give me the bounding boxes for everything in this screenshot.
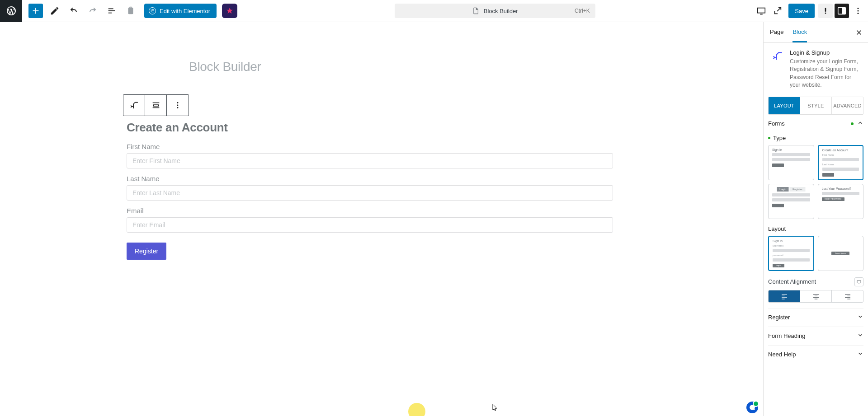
first-name-label: First Name (127, 143, 613, 150)
svg-rect-7 (842, 8, 845, 14)
block-toolbar (123, 94, 189, 116)
svg-rect-0 (151, 9, 151, 12)
block-type-button[interactable] (123, 95, 145, 116)
svg-rect-3 (152, 12, 154, 12)
layout-options-grid: Sign In username password Log In Lorem I… (768, 236, 863, 271)
panel-subtabs: LAYOUT STYLE ADVANCED (768, 97, 863, 115)
type-option-lost-password[interactable]: Lost Your Password? RESET PASSWORD (818, 184, 864, 219)
panel-tab-page[interactable]: Page (770, 22, 783, 42)
svg-rect-1 (152, 9, 154, 10)
email-label: Email (127, 207, 613, 215)
block-summary: Login & Signup Customize your Login Form… (764, 43, 868, 95)
chevron-up-icon (857, 120, 863, 127)
type-option-signin[interactable]: Sign In (768, 145, 814, 180)
panel-tab-block[interactable]: Block (793, 22, 807, 42)
svg-point-12 (177, 105, 179, 106)
wordpress-logo[interactable] (0, 0, 22, 22)
last-name-input[interactable] (127, 185, 613, 201)
svg-point-13 (177, 107, 179, 108)
block-name: Login & Signup (790, 49, 861, 56)
subtab-layout[interactable]: LAYOUT (769, 97, 800, 114)
align-center-button[interactable] (800, 290, 832, 302)
type-options-grid: Sign In Create an Account First Name Las… (768, 145, 863, 219)
panel-close-button[interactable] (853, 26, 865, 39)
align-left-button[interactable] (769, 290, 800, 302)
block-more-button[interactable] (167, 95, 189, 116)
form-heading: Create an Account (127, 121, 613, 135)
page-title[interactable]: Block Builder (189, 60, 261, 74)
layout-option-form[interactable]: Sign In username password Log In (768, 236, 814, 271)
more-options-button[interactable] (851, 4, 865, 18)
modified-indicator-icon (768, 137, 770, 139)
svg-rect-5 (825, 13, 826, 14)
highlight-indicator (408, 403, 425, 416)
svg-point-11 (177, 102, 179, 103)
editor-canvas[interactable]: Block Builder Create an Account First Na… (0, 22, 763, 416)
help-chat-button[interactable] (746, 402, 758, 413)
layout-option-button[interactable]: Lorem Ipsum (818, 236, 864, 271)
edit-with-elementor-button[interactable]: Edit with Elementor (144, 4, 217, 18)
login-signup-block[interactable]: Create an Account First Name Last Name E… (127, 121, 613, 260)
view-desktop-button[interactable] (754, 4, 769, 18)
elementor-label: Edit with Elementor (160, 8, 210, 14)
page-icon (472, 7, 479, 14)
section-register[interactable]: Register (768, 308, 863, 327)
svg-rect-14 (857, 280, 861, 283)
add-block-button[interactable] (28, 4, 43, 18)
settings-panel-toggle[interactable] (835, 4, 849, 18)
svg-rect-2 (152, 10, 154, 11)
paste-button[interactable] (123, 4, 138, 18)
align-right-button[interactable] (832, 290, 863, 302)
issues-button[interactable] (818, 4, 833, 18)
chevron-down-icon (857, 332, 863, 340)
first-name-input[interactable] (127, 153, 613, 168)
layout-label: Layout (768, 225, 863, 232)
alignment-buttons (768, 290, 863, 303)
shortcut-hint: Ctrl+K (575, 8, 590, 14)
cursor-icon (492, 404, 498, 412)
block-align-button[interactable] (145, 95, 167, 116)
elementor-icon (149, 7, 156, 14)
last-name-label: Last Name (127, 175, 613, 182)
undo-button[interactable] (66, 4, 81, 18)
email-input[interactable] (127, 217, 613, 233)
register-button[interactable]: Register (127, 243, 166, 260)
settings-panel: Page Block Login & Signup Customize your… (763, 22, 868, 416)
responsive-toggle-button[interactable] (854, 277, 863, 286)
chevron-down-icon (857, 351, 863, 358)
type-option-create-account[interactable]: Create an Account First Name Last Name (818, 145, 864, 180)
svg-point-9 (857, 10, 859, 11)
view-page-button[interactable] (770, 4, 785, 18)
type-option-tabs[interactable]: Login Register (768, 184, 814, 219)
subtab-style[interactable]: STYLE (800, 97, 832, 114)
document-title-bar[interactable]: Block Builder Ctrl+K (395, 4, 595, 18)
redo-button[interactable] (85, 4, 100, 18)
content-alignment-label: Content Alignment (768, 278, 816, 285)
section-forms[interactable]: Forms (768, 115, 863, 133)
document-title: Block Builder (484, 8, 518, 14)
section-form-heading[interactable]: Form Heading (768, 327, 863, 345)
svg-point-10 (857, 13, 859, 14)
svg-point-8 (857, 8, 859, 9)
subtab-advanced[interactable]: ADVANCED (832, 97, 863, 114)
svg-rect-4 (825, 8, 826, 12)
woodmart-button[interactable] (222, 4, 237, 18)
type-label: Type (768, 135, 863, 141)
save-button[interactable]: Save (788, 4, 815, 18)
modified-indicator-icon (851, 122, 854, 125)
section-need-help[interactable]: Need Help (768, 346, 863, 364)
document-overview-button[interactable] (104, 4, 119, 18)
block-description: Customize your Login Form, Registration … (790, 58, 861, 89)
chevron-down-icon (857, 313, 863, 321)
edit-tool-button[interactable] (47, 4, 62, 18)
block-icon (771, 49, 784, 63)
